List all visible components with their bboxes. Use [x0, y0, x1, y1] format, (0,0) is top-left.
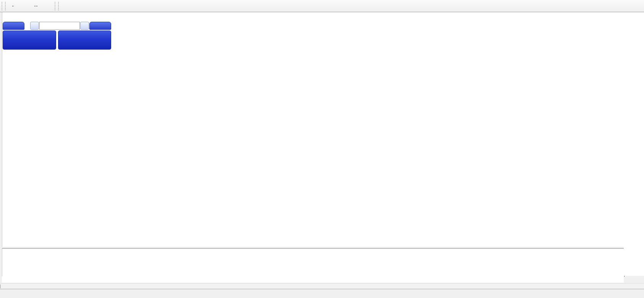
- volume-increase-button[interactable]: [80, 22, 89, 30]
- one-click-trade-panel: [3, 22, 111, 50]
- macd-chart: [2, 249, 624, 277]
- time-axis[interactable]: [2, 276, 624, 283]
- arrows-icon[interactable]: [43, 2, 52, 11]
- scrollbar-thumb[interactable]: [0, 284, 1, 288]
- price-axis[interactable]: [624, 12, 644, 276]
- label-icon[interactable]: [31, 2, 40, 11]
- sell-button[interactable]: [3, 22, 24, 30]
- volume-input[interactable]: [39, 22, 80, 30]
- fibonacci-icon[interactable]: [8, 2, 18, 11]
- horizontal-scrollbar[interactable]: [0, 283, 644, 289]
- sell-price-button[interactable]: [3, 31, 56, 50]
- volume-decrease-button[interactable]: [30, 22, 39, 30]
- text-icon[interactable]: [20, 2, 29, 11]
- top-toolbar: [0, 0, 644, 12]
- toolbar-grip[interactable]: [2, 2, 6, 10]
- buy-price-button[interactable]: [58, 31, 112, 50]
- macd-indicator-pane[interactable]: [2, 248, 625, 277]
- chart-header: [5, 14, 8, 19]
- buy-button[interactable]: [89, 22, 111, 30]
- chart-tab-bar: [0, 289, 644, 298]
- toolbar-grip[interactable]: [55, 2, 59, 10]
